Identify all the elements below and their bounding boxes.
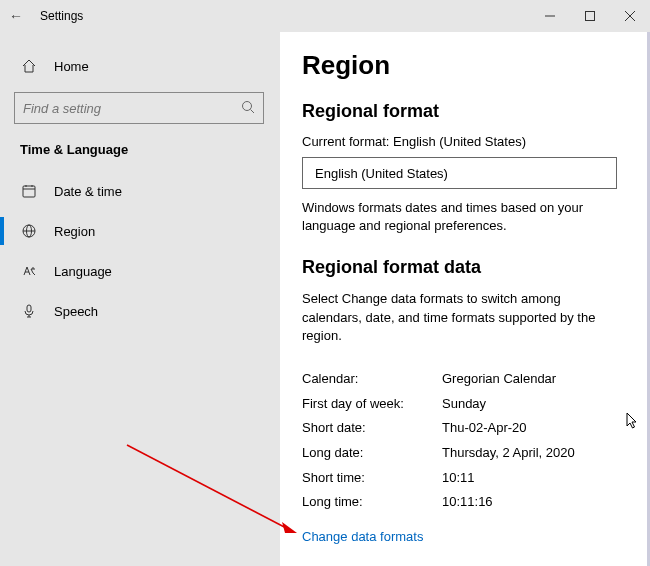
current-format-label: Current format: English (United States)	[302, 134, 617, 149]
language-icon	[20, 262, 38, 280]
titlebar: ← Settings	[0, 0, 650, 32]
table-row: Long date:Thursday, 2 April, 2020	[302, 441, 617, 466]
svg-point-4	[243, 101, 252, 110]
sidebar-item-label: Region	[54, 224, 95, 239]
sidebar-item-date-time[interactable]: Date & time	[14, 171, 264, 211]
sidebar: Home Time & Language Date & time Region …	[0, 32, 280, 566]
globe-icon	[20, 222, 38, 240]
sidebar-item-label: Date & time	[54, 184, 122, 199]
table-row: First day of week:Sunday	[302, 392, 617, 417]
svg-rect-1	[586, 12, 595, 21]
main-content: Region Regional format Current format: E…	[280, 32, 650, 566]
home-button[interactable]: Home	[14, 46, 264, 86]
sidebar-item-label: Speech	[54, 304, 98, 319]
search-input[interactable]	[14, 92, 264, 124]
change-data-formats-link[interactable]: Change data formats	[302, 529, 423, 544]
close-button[interactable]	[610, 0, 650, 32]
svg-rect-6	[23, 186, 35, 197]
table-row: Calendar:Gregorian Calendar	[302, 367, 617, 392]
table-row: Short time:10:11	[302, 466, 617, 491]
maximize-button[interactable]	[570, 0, 610, 32]
dropdown-value: English (United States)	[315, 166, 448, 181]
page-title: Region	[302, 50, 617, 81]
format-description: Windows formats dates and times based on…	[302, 199, 617, 235]
clock-icon	[20, 182, 38, 200]
format-data-table: Calendar:Gregorian Calendar First day of…	[302, 367, 617, 515]
search-icon	[241, 100, 255, 117]
table-row: Long time:10:11:16	[302, 490, 617, 515]
section-title: Time & Language	[14, 142, 264, 157]
sidebar-item-region[interactable]: Region	[14, 211, 264, 251]
format-data-heading: Regional format data	[302, 257, 617, 278]
sidebar-item-speech[interactable]: Speech	[14, 291, 264, 331]
sidebar-item-label: Language	[54, 264, 112, 279]
table-row: Short date:Thu-02-Apr-20	[302, 416, 617, 441]
home-label: Home	[54, 59, 89, 74]
window-title: Settings	[32, 9, 83, 23]
format-dropdown[interactable]: English (United States)	[302, 157, 617, 189]
format-data-description: Select Change data formats to switch amo…	[302, 290, 617, 345]
minimize-button[interactable]	[530, 0, 570, 32]
search-field[interactable]	[23, 101, 241, 116]
back-button[interactable]: ←	[0, 8, 32, 24]
home-icon	[20, 57, 38, 75]
regional-format-heading: Regional format	[302, 101, 617, 122]
microphone-icon	[20, 302, 38, 320]
svg-rect-13	[27, 305, 31, 312]
svg-line-5	[251, 109, 255, 113]
sidebar-item-language[interactable]: Language	[14, 251, 264, 291]
